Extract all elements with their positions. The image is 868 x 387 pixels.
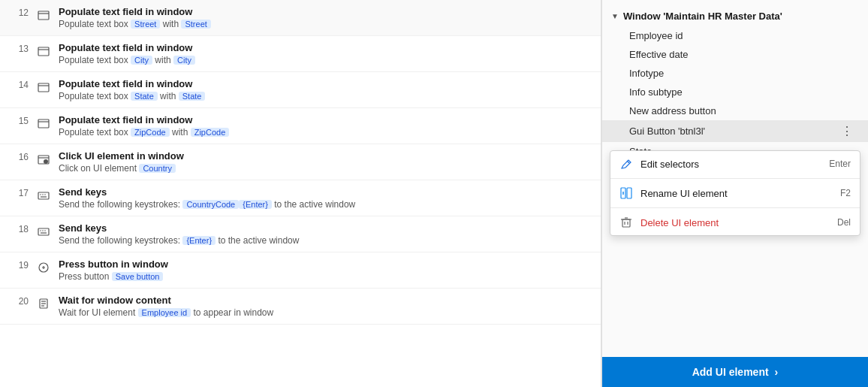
context-menu-shortcut: Enter — [829, 159, 851, 169]
step-title: Send keys — [59, 186, 593, 198]
context-menu-divider — [610, 207, 860, 208]
tree-item[interactable]: Infotype — [602, 64, 868, 83]
step-title: Send keys — [59, 222, 593, 234]
context-menu-label: Delete UI element — [640, 217, 719, 228]
context-menu-item[interactable]: Delete UI elementDel — [610, 210, 860, 235]
step-tag1: City — [131, 56, 152, 65]
step-tag2: {Enter} — [239, 200, 272, 209]
step-row[interactable]: 17Send keysSend the following keystrokes… — [0, 180, 601, 216]
step-title: Populate text field in window — [59, 42, 593, 53]
step-content: Send keysSend the following keystrokes: … — [59, 186, 593, 210]
tree-item-label: Employee id — [629, 30, 683, 41]
edit-icon — [619, 157, 633, 171]
press-icon — [36, 260, 51, 275]
context-menu-label: Edit selectors — [640, 159, 699, 170]
step-tag1: ZipCode — [131, 128, 170, 137]
tree-item-label: New address button — [629, 105, 716, 116]
step-number: 13 — [8, 42, 29, 54]
step-number: 17 — [8, 186, 29, 198]
step-desc: Click on UI element Country — [59, 163, 593, 174]
step-desc: Send the following keystrokes: {Enter} t… — [59, 235, 593, 246]
context-menu-item[interactable]: Edit selectorsEnter — [610, 151, 860, 177]
step-tag2: ZipCode — [191, 128, 230, 137]
step-desc: Populate text box City with City — [59, 55, 593, 65]
svg-point-10 — [44, 159, 48, 164]
svg-rect-29 — [622, 219, 630, 227]
svg-rect-6 — [38, 119, 49, 128]
step-title: Press button in window — [59, 259, 593, 270]
step-tag1: Country — [139, 164, 176, 173]
step-desc: Wait for UI element Employee id to appea… — [59, 307, 593, 318]
add-ui-label: Add UI element — [692, 366, 769, 378]
step-number: 15 — [8, 114, 29, 126]
step-title: Populate text field in window — [59, 114, 593, 125]
step-number: 20 — [8, 295, 29, 307]
step-number: 14 — [8, 78, 29, 90]
step-row[interactable]: 15Populate text field in windowPopulate … — [0, 108, 601, 144]
step-content: Populate text field in windowPopulate te… — [59, 42, 593, 65]
step-content: Populate text field in windowPopulate te… — [59, 114, 593, 138]
step-tag2: Street — [181, 20, 210, 29]
tree-item-label: Gui Button 'btnl3l' — [629, 125, 705, 137]
tree-item[interactable]: Effective date — [602, 45, 868, 64]
keyboard-icon — [36, 188, 51, 203]
step-tag1: State — [131, 92, 158, 101]
context-menu-divider — [610, 178, 860, 179]
step-desc: Populate text box ZipCode with ZipCode — [59, 127, 593, 138]
step-tag1: Employee id — [138, 308, 191, 317]
svg-rect-11 — [38, 192, 49, 199]
context-menu-shortcut: Del — [837, 217, 851, 228]
tree-item[interactable]: Gui Button 'btnl3l'⋮ — [602, 120, 868, 142]
svg-rect-4 — [38, 83, 49, 92]
three-dots-icon[interactable]: ⋮ — [838, 124, 856, 138]
step-row[interactable]: 16Click UI element in windowClick on UI … — [0, 144, 601, 180]
step-tag2: State — [179, 92, 206, 101]
tree-item-label: Infotype — [629, 68, 664, 79]
steps-panel: 12Populate text field in windowPopulate … — [0, 0, 601, 387]
step-content: Wait for window contentWait for UI eleme… — [59, 295, 593, 318]
step-title: Populate text field in window — [59, 78, 593, 89]
step-row[interactable]: 13Populate text field in windowPopulate … — [0, 36, 601, 72]
step-number: 18 — [8, 222, 29, 234]
click-icon — [36, 152, 51, 167]
step-row[interactable]: 12Populate text field in windowPopulate … — [0, 0, 601, 36]
tree-item[interactable]: Info subtype — [602, 83, 868, 101]
step-tag1: {Enter} — [182, 236, 215, 245]
chevron-icon: ▼ — [611, 12, 619, 20]
add-ui-element-button[interactable]: Add UI element › — [602, 357, 868, 387]
context-menu-item[interactable]: Rename UI elementF2 — [610, 180, 860, 206]
step-number: 19 — [8, 259, 29, 271]
keyboard-icon — [36, 224, 51, 239]
svg-rect-27 — [627, 188, 631, 198]
svg-rect-16 — [38, 228, 49, 235]
step-desc: Send the following keystrokes: CountryCo… — [59, 199, 593, 210]
tree-item[interactable]: New address button — [602, 101, 868, 120]
step-number: 16 — [8, 150, 29, 162]
step-desc: Populate text box State with State — [59, 91, 593, 101]
rename-icon — [619, 186, 633, 200]
window-icon — [36, 8, 51, 23]
svg-rect-2 — [38, 47, 49, 56]
chevron-right-icon: › — [775, 366, 779, 378]
step-desc: Populate text box Street with Street — [59, 19, 593, 29]
right-panel: ▼ Window 'Maintain HR Master Data' Emplo… — [601, 0, 868, 387]
tree-header: ▼ Window 'Maintain HR Master Data' — [602, 6, 868, 26]
step-content: Click UI element in windowClick on UI el… — [59, 150, 593, 174]
step-title: Wait for window content — [59, 295, 593, 306]
step-row[interactable]: 18Send keysSend the following keystrokes… — [0, 216, 601, 252]
step-row[interactable]: 19Press button in windowPress button Sav… — [0, 252, 601, 289]
step-row[interactable]: 14Populate text field in windowPopulate … — [0, 72, 601, 108]
wait-icon — [36, 296, 51, 311]
step-tag1: Street — [131, 20, 160, 29]
step-row[interactable]: 20Wait for window contentWait for UI ele… — [0, 289, 601, 325]
step-title: Populate text field in window — [59, 6, 593, 17]
window-icon — [36, 80, 51, 95]
window-icon — [36, 116, 51, 131]
step-tag1: CountryCode — [182, 200, 239, 209]
tree-item[interactable]: Employee id — [602, 26, 868, 45]
tree-item-label: Info subtype — [629, 86, 683, 98]
step-tag1: Save button — [112, 272, 164, 281]
step-title: Click UI element in window — [59, 150, 593, 162]
window-title: Window 'Maintain HR Master Data' — [623, 11, 782, 22]
context-menu-shortcut: F2 — [840, 188, 851, 198]
